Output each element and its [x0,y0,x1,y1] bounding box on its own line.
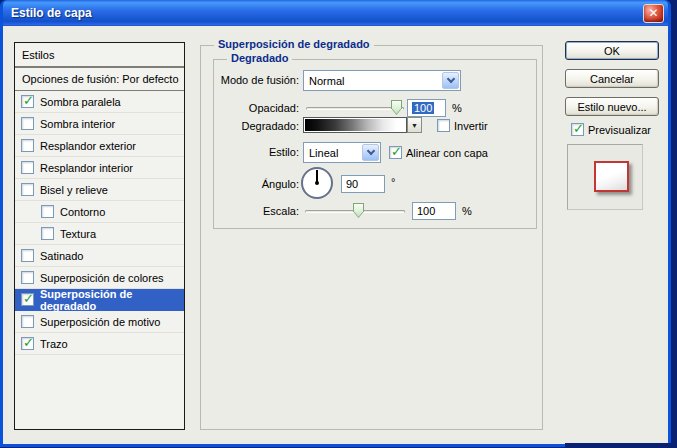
dropdown-button[interactable] [362,144,379,161]
style-enabled-checkbox[interactable] [41,205,54,218]
chevron-down-icon [446,75,454,83]
opacity-slider-track[interactable] [306,107,404,110]
invert-checkbox[interactable] [437,119,450,132]
sidebar-item-label: Resplandor interior [40,162,133,174]
sidebar-item[interactable]: Textura [15,223,184,245]
layer-style-dialog: Estilo de capa ✕ Estilos Opciones de fus… [0,0,671,447]
style-enabled-checkbox[interactable] [21,95,34,108]
gradient-label: Degradado: [203,120,299,132]
sidebar-item[interactable]: Resplandor exterior [15,135,184,157]
angle-dial-center [315,181,319,185]
sidebar-item[interactable]: Contorno [15,201,184,223]
sidebar-item[interactable]: Superposición de degradado [15,289,184,311]
sidebar-item[interactable]: Superposición de colores [15,267,184,289]
screen: Estilo de capa ✕ Estilos Opciones de fus… [0,0,677,448]
style-enabled-checkbox[interactable] [21,139,34,152]
sidebar-item-label: Superposición de motivo [40,316,160,328]
gradient-swatch[interactable] [303,117,407,133]
sidebar-header-label: Estilos [22,49,54,61]
close-icon: ✕ [648,6,658,20]
sidebar-item-label: Satinado [40,250,83,262]
sidebar-item-label: Textura [60,228,96,240]
cancel-button-label: Cancelar [590,73,634,85]
title-bar[interactable]: Estilo de capa ✕ [3,0,668,26]
opacity-unit: % [452,102,462,114]
arrow-down-icon: ▼ [411,122,418,129]
align-with-layer-label: Alinear con capa [406,147,488,159]
style-enabled-checkbox[interactable] [21,293,34,306]
sidebar-subheader-label: Opciones de fusión: Por defecto [22,73,179,85]
style-value: Lineal [309,147,338,159]
new-style-button-label: Estilo nuevo... [577,101,646,113]
sidebar-item[interactable]: Resplandor interior [15,157,184,179]
sidebar-item[interactable]: Sombra interior [15,113,184,135]
style-enabled-checkbox[interactable] [21,249,34,262]
window-title: Estilo de capa [11,6,92,20]
preview-checkbox[interactable] [571,123,584,136]
blend-mode-label: Modo de fusión: [203,74,299,86]
sidebar-item-estilos[interactable]: Estilos [15,43,184,66]
opacity-label: Opacidad: [203,102,299,114]
sidebar-item-label: Contorno [60,206,105,218]
sidebar-item-label: Superposición de degradado [40,288,184,312]
styles-list: Estilos Opciones de fusión: Por defecto … [14,42,185,430]
background-window-edge [565,443,677,448]
sidebar-item-label: Trazo [40,338,68,350]
groupbox-title: Degradado [227,52,292,64]
dialog-body: Estilos Opciones de fusión: Por defecto … [3,26,668,444]
scale-label: Escala: [203,205,299,217]
blend-mode-value: Normal [309,75,344,87]
angle-value: 90 [346,178,358,190]
scale-input[interactable]: 100 [412,202,456,220]
angle-input[interactable]: 90 [341,175,385,193]
sidebar-item-label: Sombra paralela [40,96,121,108]
cancel-button[interactable]: Cancelar [565,69,659,88]
style-enabled-checkbox[interactable] [21,117,34,130]
style-enabled-checkbox[interactable] [21,271,34,284]
chevron-down-icon [366,147,374,155]
angle-unit: ° [391,176,395,188]
scale-value: 100 [417,205,435,217]
scale-slider-thumb[interactable] [353,203,364,218]
style-enabled-checkbox[interactable] [41,227,54,240]
sidebar-item-label: Bisel y relieve [40,184,108,196]
ok-button[interactable]: OK [565,41,659,60]
sidebar-item-label: Superposición de colores [40,272,164,284]
gradient-fill [305,119,405,131]
invert-label: Invertir [454,120,488,132]
sidebar-item[interactable]: Sombra paralela [15,91,184,113]
opacity-value: 100 [412,102,434,114]
sidebar-item[interactable]: Satinado [15,245,184,267]
style-label: Estilo: [203,146,299,158]
sidebar-item[interactable]: Superposición de motivo [15,311,184,333]
groupbox-title: Superposición de degradado [214,38,374,50]
opacity-input[interactable]: 100 [407,99,446,117]
opacity-slider-thumb[interactable] [391,100,402,115]
sidebar-item[interactable]: Trazo [15,333,184,355]
angle-label: Ángulo: [203,178,299,190]
sidebar-item-label: Resplandor exterior [40,140,136,152]
align-with-layer-checkbox[interactable] [389,146,402,159]
scale-unit: % [462,205,472,217]
dropdown-button[interactable] [442,72,459,89]
slider-thumb-fill [354,204,363,217]
style-select[interactable]: Lineal [303,142,381,163]
angle-dial[interactable] [301,167,333,199]
style-enabled-checkbox[interactable] [21,183,34,196]
gradient-picker-button[interactable]: ▼ [407,117,422,133]
style-preview-swatch [594,161,629,192]
preview-label: Previsualizar [588,124,651,136]
ok-button-label: OK [604,45,620,57]
sidebar-item-opciones-de-fusion[interactable]: Opciones de fusión: Por defecto [15,68,184,90]
sidebar-item[interactable]: Bisel y relieve [15,179,184,201]
slider-thumb-fill [392,101,401,114]
close-button[interactable]: ✕ [643,4,664,23]
sidebar-item-label: Sombra interior [40,118,115,130]
style-enabled-checkbox[interactable] [21,315,34,328]
sidebar-list-items: Sombra paralelaSombra interiorResplandor… [15,91,184,355]
new-style-button[interactable]: Estilo nuevo... [565,97,659,116]
blend-mode-select[interactable]: Normal [303,70,461,91]
style-enabled-checkbox[interactable] [21,161,34,174]
style-enabled-checkbox[interactable] [21,337,34,350]
style-preview-thumbnail [567,144,643,210]
